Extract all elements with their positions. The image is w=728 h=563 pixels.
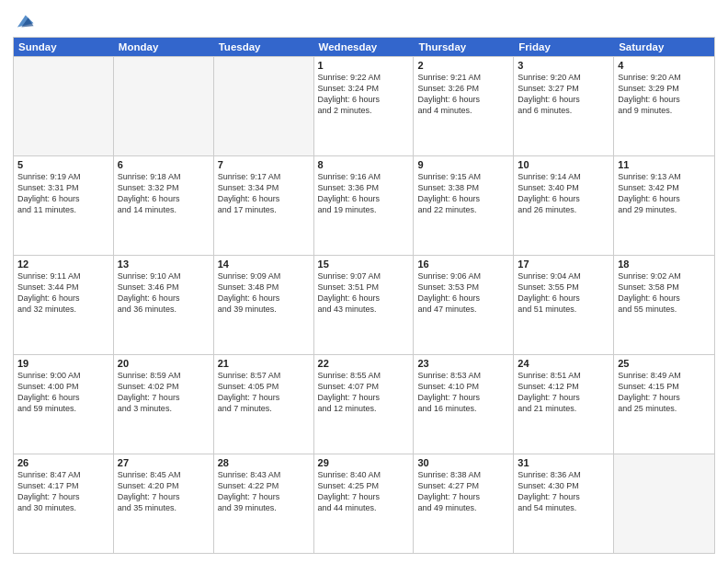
header-day-friday: Friday [514, 38, 614, 56]
header-day-saturday: Saturday [614, 38, 714, 56]
day-info: Sunrise: 8:55 AM Sunset: 4:07 PM Dayligh… [318, 370, 410, 415]
day-info: Sunrise: 9:06 AM Sunset: 3:53 PM Dayligh… [417, 270, 509, 316]
day-info: Sunrise: 8:40 AM Sunset: 4:25 PM Dayligh… [318, 469, 410, 514]
day-number: 12 [17, 259, 109, 270]
day-cell-9: 9Sunrise: 9:15 AM Sunset: 3:38 PM Daylig… [414, 156, 514, 255]
empty-cell [614, 454, 714, 553]
day-number: 30 [417, 457, 509, 468]
day-info: Sunrise: 9:21 AM Sunset: 3:26 PM Dayligh… [417, 72, 509, 117]
calendar-row-2: 12Sunrise: 9:11 AM Sunset: 3:44 PM Dayli… [14, 255, 714, 354]
day-info: Sunrise: 8:36 AM Sunset: 4:30 PM Dayligh… [518, 469, 609, 514]
day-cell-31: 31Sunrise: 8:36 AM Sunset: 4:30 PM Dayli… [514, 454, 614, 553]
day-cell-12: 12Sunrise: 9:11 AM Sunset: 3:44 PM Dayli… [14, 256, 114, 354]
day-number: 10 [518, 159, 609, 170]
header-day-thursday: Thursday [414, 38, 514, 56]
day-number: 19 [17, 358, 109, 369]
day-info: Sunrise: 9:16 AM Sunset: 3:36 PM Dayligh… [318, 171, 410, 216]
day-number: 8 [318, 159, 410, 170]
day-number: 3 [518, 60, 609, 71]
header-day-sunday: Sunday [14, 38, 114, 56]
day-cell-5: 5Sunrise: 9:19 AM Sunset: 3:31 PM Daylig… [14, 156, 114, 255]
day-info: Sunrise: 9:00 AM Sunset: 4:00 PM Dayligh… [17, 370, 109, 415]
day-cell-30: 30Sunrise: 8:38 AM Sunset: 4:27 PM Dayli… [414, 454, 514, 553]
day-number: 5 [17, 159, 109, 170]
day-cell-24: 24Sunrise: 8:51 AM Sunset: 4:12 PM Dayli… [514, 355, 614, 454]
day-number: 23 [417, 358, 509, 369]
calendar-row-0: 1Sunrise: 9:22 AM Sunset: 3:24 PM Daylig… [14, 56, 714, 155]
day-cell-15: 15Sunrise: 9:07 AM Sunset: 3:51 PM Dayli… [314, 256, 415, 354]
day-number: 4 [618, 60, 711, 71]
day-number: 1 [318, 60, 410, 71]
day-number: 14 [218, 259, 310, 270]
day-number: 13 [118, 259, 210, 270]
day-info: Sunrise: 9:13 AM Sunset: 3:42 PM Dayligh… [618, 171, 711, 216]
day-info: Sunrise: 9:20 AM Sunset: 3:29 PM Dayligh… [618, 72, 711, 117]
page: SundayMondayTuesdayWednesdayThursdayFrid… [0, 0, 728, 563]
day-cell-18: 18Sunrise: 9:02 AM Sunset: 3:58 PM Dayli… [614, 256, 714, 354]
day-cell-14: 14Sunrise: 9:09 AM Sunset: 3:48 PM Dayli… [214, 256, 314, 354]
day-info: Sunrise: 8:45 AM Sunset: 4:20 PM Dayligh… [118, 469, 210, 514]
day-info: Sunrise: 9:11 AM Sunset: 3:44 PM Dayligh… [17, 270, 109, 316]
day-info: Sunrise: 8:57 AM Sunset: 4:05 PM Dayligh… [218, 370, 310, 415]
header [13, 9, 715, 31]
day-cell-7: 7Sunrise: 9:17 AM Sunset: 3:34 PM Daylig… [214, 156, 314, 255]
day-cell-23: 23Sunrise: 8:53 AM Sunset: 4:10 PM Dayli… [414, 355, 514, 454]
header-day-monday: Monday [114, 38, 214, 56]
calendar-row-1: 5Sunrise: 9:19 AM Sunset: 3:31 PM Daylig… [14, 155, 714, 255]
calendar-body: 1Sunrise: 9:22 AM Sunset: 3:24 PM Daylig… [14, 56, 714, 553]
header-day-tuesday: Tuesday [214, 38, 314, 56]
day-number: 28 [218, 457, 310, 468]
day-cell-3: 3Sunrise: 9:20 AM Sunset: 3:27 PM Daylig… [514, 57, 614, 155]
day-number: 22 [318, 358, 410, 369]
day-number: 2 [417, 60, 509, 71]
day-cell-17: 17Sunrise: 9:04 AM Sunset: 3:55 PM Dayli… [514, 256, 614, 354]
day-info: Sunrise: 9:20 AM Sunset: 3:27 PM Dayligh… [518, 72, 609, 117]
day-cell-25: 25Sunrise: 8:49 AM Sunset: 4:15 PM Dayli… [614, 355, 714, 454]
day-cell-2: 2Sunrise: 9:21 AM Sunset: 3:26 PM Daylig… [414, 57, 514, 155]
day-cell-10: 10Sunrise: 9:14 AM Sunset: 3:40 PM Dayli… [514, 156, 614, 255]
day-cell-11: 11Sunrise: 9:13 AM Sunset: 3:42 PM Dayli… [614, 156, 714, 255]
day-cell-22: 22Sunrise: 8:55 AM Sunset: 4:07 PM Dayli… [314, 355, 415, 454]
header-day-wednesday: Wednesday [314, 38, 415, 56]
calendar-row-3: 19Sunrise: 9:00 AM Sunset: 4:00 PM Dayli… [14, 354, 714, 454]
day-number: 6 [118, 159, 210, 170]
day-number: 17 [518, 259, 609, 270]
calendar: SundayMondayTuesdayWednesdayThursdayFrid… [13, 37, 715, 554]
day-number: 26 [17, 457, 109, 468]
day-number: 15 [318, 259, 410, 270]
day-cell-21: 21Sunrise: 8:57 AM Sunset: 4:05 PM Dayli… [214, 355, 314, 454]
day-cell-27: 27Sunrise: 8:45 AM Sunset: 4:20 PM Dayli… [114, 454, 214, 553]
day-info: Sunrise: 8:38 AM Sunset: 4:27 PM Dayligh… [417, 469, 509, 514]
day-cell-20: 20Sunrise: 8:59 AM Sunset: 4:02 PM Dayli… [114, 355, 214, 454]
day-number: 20 [118, 358, 210, 369]
day-number: 31 [518, 457, 609, 468]
day-info: Sunrise: 9:17 AM Sunset: 3:34 PM Dayligh… [218, 171, 310, 216]
calendar-header: SundayMondayTuesdayWednesdayThursdayFrid… [14, 38, 714, 56]
day-info: Sunrise: 9:04 AM Sunset: 3:55 PM Dayligh… [518, 270, 609, 316]
day-info: Sunrise: 9:02 AM Sunset: 3:58 PM Dayligh… [618, 270, 711, 316]
day-cell-6: 6Sunrise: 9:18 AM Sunset: 3:32 PM Daylig… [114, 156, 214, 255]
empty-cell [114, 57, 214, 155]
empty-cell [14, 57, 114, 155]
day-number: 7 [218, 159, 310, 170]
day-number: 11 [618, 159, 711, 170]
day-cell-29: 29Sunrise: 8:40 AM Sunset: 4:25 PM Dayli… [314, 454, 415, 553]
day-info: Sunrise: 8:43 AM Sunset: 4:22 PM Dayligh… [218, 469, 310, 514]
day-number: 16 [417, 259, 509, 270]
day-cell-26: 26Sunrise: 8:47 AM Sunset: 4:17 PM Dayli… [14, 454, 114, 553]
empty-cell [214, 57, 314, 155]
day-cell-4: 4Sunrise: 9:20 AM Sunset: 3:29 PM Daylig… [614, 57, 714, 155]
day-info: Sunrise: 9:22 AM Sunset: 3:24 PM Dayligh… [318, 72, 410, 117]
day-cell-16: 16Sunrise: 9:06 AM Sunset: 3:53 PM Dayli… [414, 256, 514, 354]
day-info: Sunrise: 9:19 AM Sunset: 3:31 PM Dayligh… [17, 171, 109, 216]
day-number: 27 [118, 457, 210, 468]
day-info: Sunrise: 8:53 AM Sunset: 4:10 PM Dayligh… [417, 370, 509, 415]
day-info: Sunrise: 8:47 AM Sunset: 4:17 PM Dayligh… [17, 469, 109, 514]
day-number: 21 [218, 358, 310, 369]
day-number: 9 [417, 159, 509, 170]
calendar-row-4: 26Sunrise: 8:47 AM Sunset: 4:17 PM Dayli… [14, 454, 714, 553]
day-info: Sunrise: 9:10 AM Sunset: 3:46 PM Dayligh… [118, 270, 210, 316]
day-cell-19: 19Sunrise: 9:00 AM Sunset: 4:00 PM Dayli… [14, 355, 114, 454]
logo [13, 13, 35, 31]
day-info: Sunrise: 9:15 AM Sunset: 3:38 PM Dayligh… [417, 171, 509, 216]
